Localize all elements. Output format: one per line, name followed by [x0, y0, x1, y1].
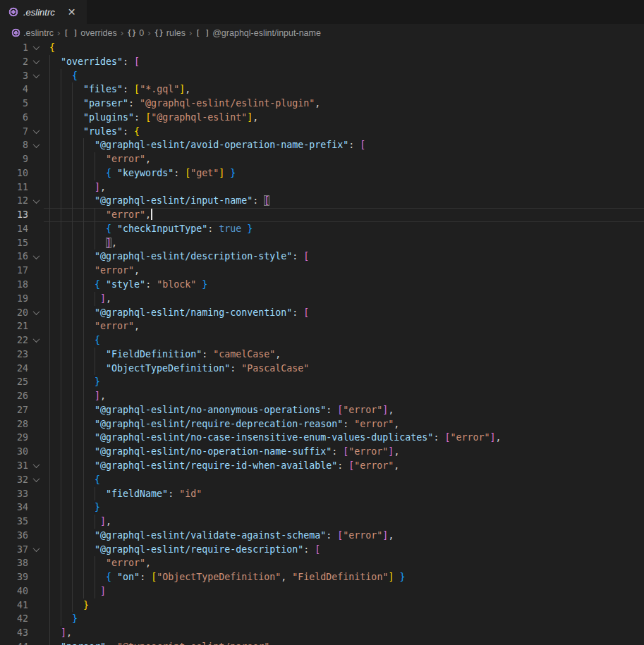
- code-text[interactable]: "@graphql-eslint/naming-convention": [: [44, 306, 644, 320]
- breadcrumb-item-overrides[interactable]: [ ]overrides: [63, 28, 116, 38]
- breadcrumb-label: .eslintrc: [23, 28, 54, 38]
- code-text[interactable]: {: [44, 41, 644, 55]
- breadcrumb-item--eslintrc[interactable]: .eslintrc: [11, 28, 54, 38]
- fold-chevron-icon[interactable]: [28, 41, 44, 55]
- fold-chevron-icon[interactable]: [28, 69, 44, 83]
- line-number: 36: [0, 529, 28, 543]
- code-text[interactable]: "error",: [44, 556, 644, 570]
- code-text[interactable]: "error",: [44, 319, 644, 333]
- token: [: [134, 56, 140, 67]
- code-line: 3 {: [0, 69, 644, 83]
- token: "parser": [83, 98, 128, 109]
- code-text[interactable]: "@graphql-eslint/no-operation-name-suffi…: [44, 445, 644, 459]
- tab-eslintrc[interactable]: .eslintrc ✕: [0, 0, 87, 24]
- code-text[interactable]: "@graphql-eslint/validate-against-schema…: [44, 529, 644, 543]
- line-number: 39: [0, 570, 28, 584]
- line-number: 21: [0, 319, 28, 333]
- code-text[interactable]: }: [44, 375, 644, 389]
- close-tab-icon[interactable]: ✕: [66, 6, 78, 18]
- fold-chevron-icon[interactable]: [28, 250, 44, 264]
- breadcrumb-separator-icon: ›: [189, 27, 192, 38]
- eslint-file-icon: [8, 7, 18, 17]
- fold-chevron-icon[interactable]: [28, 543, 44, 557]
- token: :: [326, 530, 337, 541]
- token: "on": [117, 572, 140, 582]
- token: "error": [343, 405, 382, 415]
- code-text[interactable]: ],: [44, 180, 644, 195]
- code-text[interactable]: { "checkInputType": true }: [44, 222, 644, 236]
- token: ]: [100, 293, 106, 304]
- fold-chevron-icon[interactable]: [28, 55, 44, 69]
- code-text[interactable]: "error",: [44, 152, 644, 166]
- code-text[interactable]: ],: [44, 626, 644, 640]
- code-text[interactable]: "files": ["*.gql"],: [44, 82, 644, 97]
- code-text[interactable]: "error",: [44, 264, 644, 278]
- code-text[interactable]: {: [44, 333, 644, 348]
- code-text[interactable]: { "style": "block" }: [44, 278, 644, 292]
- token: {: [95, 279, 100, 290]
- token: "@typescript-eslint/parser": [117, 641, 269, 645]
- token: [: [185, 168, 190, 178]
- line-number: 8: [0, 138, 28, 152]
- code-text[interactable]: "error",: [44, 208, 644, 222]
- line-number: 32: [0, 473, 28, 487]
- token: {: [106, 223, 111, 234]
- code-text[interactable]: "@graphql-eslint/require-id-when-availab…: [44, 459, 644, 473]
- line-number: 34: [0, 500, 28, 515]
- code-text[interactable]: "ObjectTypeDefinition": "PascalCase": [44, 362, 644, 376]
- code-text[interactable]: { "on": ["ObjectTypeDefinition", "FieldD…: [44, 570, 644, 584]
- line-number: 2: [0, 55, 28, 69]
- fold-chevron-icon[interactable]: [28, 306, 44, 320]
- fold-chevron-icon[interactable]: [28, 138, 44, 152]
- fold-chevron-icon[interactable]: [28, 473, 44, 487]
- breadcrumb-item-rules[interactable]: {}rules: [154, 28, 186, 38]
- code-text[interactable]: }: [44, 598, 644, 613]
- code-text[interactable]: ],: [44, 515, 644, 529]
- code-text[interactable]: ],: [44, 389, 644, 403]
- code-text[interactable]: }: [44, 612, 644, 626]
- line-number: 23: [0, 348, 28, 362]
- token: :: [123, 56, 134, 67]
- code-text[interactable]: {: [44, 69, 644, 83]
- token: "error": [95, 321, 134, 331]
- code-text[interactable]: {: [44, 473, 644, 487]
- code-line: 24 "ObjectTypeDefinition": "PascalCase": [0, 362, 644, 376]
- token: ,: [100, 391, 106, 401]
- fold-chevron-icon[interactable]: [28, 125, 44, 139]
- code-text[interactable]: "fieldName": "id": [44, 487, 644, 501]
- code-text[interactable]: "@graphql-eslint/no-case-insensitive-enu…: [44, 431, 644, 445]
- token: "error": [106, 558, 145, 568]
- token: ,: [495, 432, 501, 443]
- fold-chevron-icon[interactable]: [28, 333, 44, 348]
- code-text[interactable]: "plugins": ["@graphql-eslint"],: [44, 111, 644, 125]
- code-text[interactable]: "@graphql-eslint/no-anonymous-operations…: [44, 403, 644, 417]
- code-text[interactable]: ],: [44, 292, 644, 306]
- code-text[interactable]: ]: [44, 584, 644, 598]
- code-text[interactable]: "overrides": [: [44, 55, 644, 69]
- token: :: [145, 279, 157, 290]
- code-text[interactable]: "FieldDefinition": "camelCase",: [44, 348, 644, 362]
- code-text[interactable]: "@graphql-eslint/require-description": [: [44, 543, 644, 557]
- fold-spacer: [28, 445, 44, 459]
- code-text[interactable]: "@graphql-eslint/avoid-operation-name-pr…: [44, 138, 644, 152]
- code-line: 37 "@graphql-eslint/require-description"…: [0, 543, 644, 557]
- code-text[interactable]: "parser": "@typescript-eslint/parser": [44, 640, 644, 645]
- code-text[interactable]: { "keywords": ["get"] }: [44, 166, 644, 180]
- token: [: [151, 572, 157, 582]
- code-text[interactable]: }: [44, 500, 644, 515]
- breadcrumb-item--graphql-eslint-input-name[interactable]: [ ]@graphql-eslint/input-name: [195, 28, 321, 38]
- code-text[interactable]: "parser": "@graphql-eslint/eslint-plugin…: [44, 97, 644, 111]
- fold-spacer: [28, 515, 44, 529]
- token: }: [399, 572, 405, 582]
- code-text[interactable]: "@graphql-eslint/input-name": [: [44, 194, 644, 208]
- code-text[interactable]: "@graphql-eslint/require-deprecation-rea…: [44, 417, 644, 431]
- line-number: 38: [0, 556, 28, 570]
- breadcrumb-item-0[interactable]: {}0: [127, 28, 144, 38]
- code-text[interactable]: "rules": {: [44, 125, 644, 139]
- line-number: 1: [0, 41, 28, 55]
- code-text[interactable]: ],: [44, 236, 644, 250]
- fold-chevron-icon[interactable]: [28, 459, 44, 473]
- token: {: [49, 42, 55, 53]
- code-text[interactable]: "@graphql-eslint/description-style": [: [44, 250, 644, 264]
- fold-chevron-icon[interactable]: [28, 194, 44, 208]
